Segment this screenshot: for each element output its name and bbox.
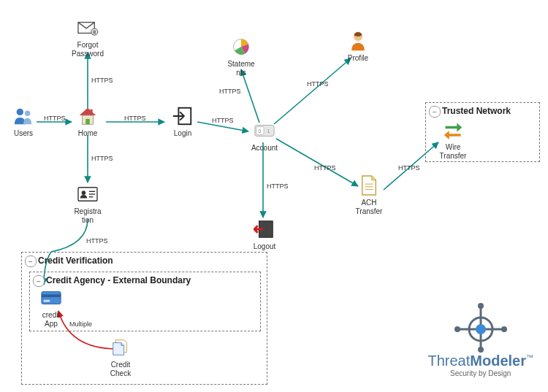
group-credit-agency-title: Credit Agency - External Boundary <box>46 275 191 285</box>
node-statements-label: Stateme nts <box>227 60 254 77</box>
login-arrow-icon <box>171 104 194 128</box>
svg-point-32 <box>478 303 484 309</box>
node-users-label: Users <box>14 129 33 138</box>
crosshair-logo-icon <box>452 301 510 353</box>
svg-point-35 <box>501 326 507 332</box>
node-logout[interactable]: Logout <box>243 218 286 251</box>
collapse-icon[interactable]: − <box>25 255 37 267</box>
node-registration-label: Registra tion <box>74 207 101 224</box>
mail-lock-icon <box>76 16 99 39</box>
logo-trademark: ™ <box>526 353 533 361</box>
edge-home-forgot-label: HTTPS <box>91 77 113 84</box>
collapse-icon[interactable]: − <box>429 106 441 118</box>
profile-avatar-icon <box>346 29 370 53</box>
node-credit-check-label: Credit Check <box>110 361 131 377</box>
node-users[interactable]: Users <box>1 104 45 138</box>
edge-account-profile-label: HTTPS <box>307 80 329 88</box>
svg-point-31 <box>476 324 486 334</box>
edge-users-home-label: HTTPS <box>44 115 66 122</box>
collapse-icon[interactable]: − <box>33 275 45 287</box>
svg-rect-8 <box>93 31 96 34</box>
credit-card-icon <box>39 286 63 310</box>
switch-icon: 0 1 <box>253 119 276 142</box>
logo-text: ThreatModeler™ <box>428 353 534 369</box>
threatmodeler-logo: ThreatModeler™ Security by Design <box>428 301 534 377</box>
node-home-label: Home <box>78 129 98 138</box>
house-icon <box>76 104 99 128</box>
id-card-icon <box>76 182 99 206</box>
node-ach-transfer-label: ACH Transfer <box>356 199 383 215</box>
edge-account-statements-label: HTTPS <box>219 88 241 95</box>
svg-point-11 <box>82 191 86 195</box>
logo-text-b: Modeler <box>470 353 526 369</box>
document-icon <box>357 174 381 197</box>
svg-point-34 <box>454 326 460 332</box>
edge-home-login-label: HTTPS <box>124 115 146 122</box>
node-credit-app-label: credit App <box>42 311 60 328</box>
svg-point-1 <box>25 111 31 117</box>
document-stack-icon <box>109 336 132 359</box>
node-account[interactable]: 0 1 Account <box>243 119 286 153</box>
svg-text:0: 0 <box>259 128 262 134</box>
svg-rect-25 <box>42 292 61 304</box>
edge-account-ach-label: HTTPS <box>314 164 336 172</box>
edge-account-logout-label: HTTPS <box>267 182 289 190</box>
edge-ach-wire-label: HTTPS <box>398 164 420 172</box>
node-wire-transfer[interactable]: Wire Transfer <box>431 118 475 160</box>
transfer-arrows-icon <box>441 118 465 142</box>
node-forgot-password[interactable]: Forgot Password <box>66 16 110 58</box>
group-trusted-network-title: Trusted Network <box>442 106 511 116</box>
svg-rect-4 <box>85 119 90 125</box>
node-registration[interactable]: Registra tion <box>66 182 110 224</box>
node-login-label: Login <box>174 129 191 138</box>
node-profile-label: Profile <box>348 54 368 63</box>
svg-rect-5 <box>91 109 93 114</box>
logout-arrow-icon <box>253 218 276 241</box>
node-credit-app[interactable]: credit App <box>29 286 73 328</box>
svg-rect-27 <box>44 300 50 302</box>
node-wire-transfer-label: Wire Transfer <box>440 143 467 160</box>
node-account-label: Account <box>251 144 278 153</box>
node-home[interactable]: Home <box>66 104 110 138</box>
diagram-canvas: HTTPS HTTPS HTTPS HTTPS HTTPS HTTPS HTTP… <box>0 0 548 392</box>
edge-reg-credit-label: HTTPS <box>86 237 108 245</box>
edge-home-reg-label: HTTPS <box>91 155 113 162</box>
node-profile[interactable]: Profile <box>336 29 380 63</box>
logo-text-a: Threat <box>428 353 471 369</box>
edge-login-account-label: HTTPS <box>212 117 234 124</box>
svg-rect-26 <box>42 294 61 297</box>
logo-subtitle: Security by Design <box>450 369 511 377</box>
svg-text:1: 1 <box>267 128 270 134</box>
node-credit-check[interactable]: Credit Check <box>99 336 142 377</box>
node-login[interactable]: Login <box>161 104 205 138</box>
users-icon <box>12 104 35 128</box>
node-logout-label: Logout <box>254 242 276 251</box>
node-statements[interactable]: Stateme nts <box>219 35 263 77</box>
pie-chart-icon <box>229 35 253 58</box>
svg-point-33 <box>478 347 484 353</box>
group-credit-verification-title: Credit Verification <box>38 255 113 266</box>
node-forgot-password-label: Forgot Password <box>72 41 104 58</box>
svg-marker-2 <box>80 108 96 115</box>
svg-point-0 <box>17 109 23 115</box>
node-ach-transfer[interactable]: ACH Transfer <box>347 174 391 215</box>
